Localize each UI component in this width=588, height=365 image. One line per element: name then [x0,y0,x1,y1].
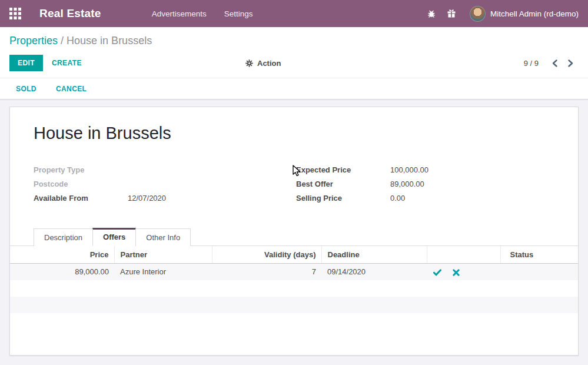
field-value: 0.00 [390,194,405,203]
col-header-actions [427,246,500,264]
action-menu[interactable]: Action [245,59,281,68]
field-value: 12/07/2020 [128,194,166,203]
col-header-partner[interactable]: Partner [114,246,212,264]
field-label: Expected Price [296,165,390,174]
menu-settings[interactable]: Settings [224,9,253,18]
user-name[interactable]: Mitchell Admin (rd-demo) [490,9,579,18]
field-postcode: Postcode [34,180,296,189]
topbar-right: Mitchell Admin (rd-demo) [421,6,579,22]
user-avatar[interactable] [470,6,486,22]
field-label: Selling Price [296,194,390,203]
field-expected-price: Expected Price 100,000.00 [296,165,554,175]
field-label: Property Type [34,165,128,174]
edit-button[interactable]: EDIT [9,55,43,71]
offer-status [500,264,578,280]
field-value: 89,000.00 [390,180,424,188]
accept-check-icon[interactable] [433,269,441,276]
offer-partner[interactable]: Azure Interior [114,264,212,280]
apps-grid-icon[interactable] [9,8,21,19]
field-groups: Property Type Postcode Available From 12… [34,165,554,208]
col-header-price[interactable]: Price [10,246,114,264]
empty-row [10,280,578,297]
pager: 9 / 9 [524,57,579,69]
control-panel: Properties / House in Brussels EDIT CREA… [0,27,588,78]
offers-table-header: Price Partner Validity (days) Deadline S… [10,246,578,264]
tab-description[interactable]: Description [34,228,93,246]
menu-advertisements[interactable]: Advertisements [152,9,207,18]
pager-count: 9 / 9 [524,59,539,68]
field-best-offer: Best Offer 89,000.00 [296,180,554,189]
action-label: Action [257,59,281,68]
bug-icon[interactable] [421,9,441,18]
cancel-button[interactable]: CANCEL [56,85,87,93]
col-header-deadline[interactable]: Deadline [321,246,427,264]
offer-deadline[interactable]: 09/14/2020 [321,264,427,280]
create-button[interactable]: CREATE [52,59,82,67]
tab-other-info[interactable]: Other Info [135,228,191,246]
topbar-menu: Advertisements Settings [152,9,253,18]
field-selling-price: Selling Price 0.00 [296,194,554,203]
field-value: 100,000.00 [390,165,428,174]
breadcrumb-separator: / [61,35,67,47]
content-area: House in Brussels Property Type Postcode… [0,99,588,365]
control-panel-buttons: EDIT CREATE [9,55,579,71]
field-label: Best Offer [296,180,390,188]
chevron-right-icon[interactable] [563,57,579,69]
sold-button[interactable]: SOLD [16,85,36,93]
app-title: Real Estate [39,7,101,20]
offer-actions [427,264,500,280]
topbar: Real Estate Advertisements Settings Mitc… [0,0,588,27]
refuse-x-icon[interactable] [453,269,460,276]
breadcrumb: Properties / House in Brussels [9,35,579,47]
breadcrumb-current: House in Brussels [67,35,152,47]
gift-icon[interactable] [441,9,461,18]
form-sheet: House in Brussels Property Type Postcode… [9,107,579,356]
field-available-from: Available From 12/07/2020 [34,194,296,203]
col-header-validity[interactable]: Validity (days) [212,246,321,264]
tab-offers[interactable]: Offers [92,228,136,246]
offer-row[interactable]: 89,000.00 Azure Interior 7 09/14/2020 [10,264,578,280]
form-statusbar: SOLD CANCEL [0,78,588,99]
offer-validity[interactable]: 7 [212,264,321,280]
empty-row [10,297,578,313]
field-label: Postcode [34,180,128,188]
field-group-right: Expected Price 100,000.00 Best Offer 89,… [296,165,554,208]
notebook-tabs: Description Offers Other Info [10,228,578,246]
breadcrumb-properties[interactable]: Properties [9,35,58,47]
page-title: House in Brussels [34,124,554,143]
offers-table: Price Partner Validity (days) Deadline S… [10,246,578,330]
chevron-left-icon[interactable] [547,57,563,69]
field-label: Available From [34,194,128,203]
field-property-type: Property Type [34,165,296,175]
field-group-left: Property Type Postcode Available From 12… [34,165,296,208]
empty-row [10,313,578,330]
col-header-status[interactable]: Status [500,246,578,264]
gear-icon [245,59,253,67]
offer-price[interactable]: 89,000.00 [10,264,114,280]
